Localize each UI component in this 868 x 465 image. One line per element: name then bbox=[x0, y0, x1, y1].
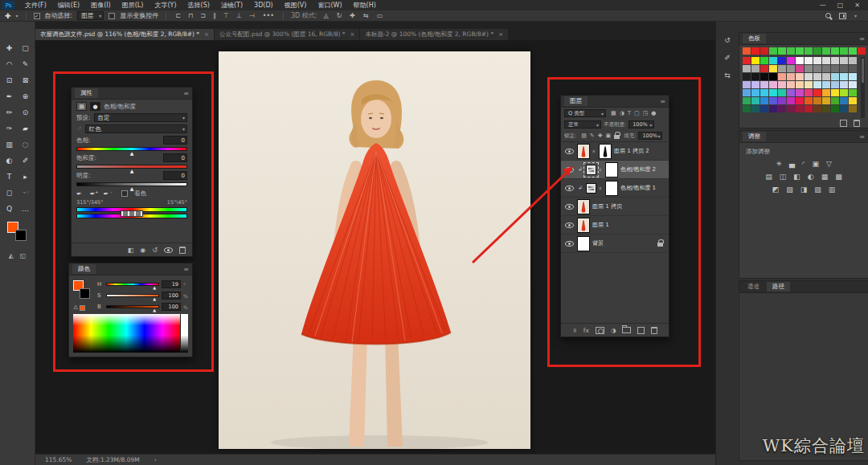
menu-item[interactable]: 帮助(H) bbox=[348, 2, 382, 9]
brush-tool[interactable]: ✏ bbox=[2, 104, 18, 120]
lock-position-icon[interactable]: ✚ bbox=[598, 133, 603, 139]
mask-link-icon[interactable]: ∞ bbox=[592, 149, 597, 153]
selective-color-icon[interactable]: ▥ bbox=[829, 186, 836, 194]
swatch[interactable] bbox=[743, 57, 751, 64]
screen-mode-icon[interactable]: ◱ bbox=[20, 252, 27, 259]
swatch[interactable] bbox=[796, 73, 804, 80]
lock-artboard-icon[interactable]: ▣ bbox=[606, 133, 612, 139]
swatch[interactable] bbox=[751, 73, 760, 80]
frame-tool[interactable]: ⊠ bbox=[18, 72, 34, 88]
panel-menu-icon[interactable]: ≡ bbox=[859, 133, 865, 141]
visibility-toggle[interactable] bbox=[563, 222, 575, 228]
quick-mask-icon[interactable]: ◭ bbox=[9, 252, 14, 259]
swatch[interactable] bbox=[805, 57, 813, 64]
swatch[interactable] bbox=[769, 57, 777, 64]
invert-icon[interactable]: ◩ bbox=[772, 186, 780, 194]
panel-menu-icon[interactable]: ≡ bbox=[183, 266, 189, 273]
swatch[interactable] bbox=[751, 57, 760, 64]
targeted-adjustment-icon[interactable]: ☜ bbox=[76, 125, 82, 133]
levels-icon[interactable]: ▄ bbox=[789, 160, 795, 168]
lock-pixels-icon[interactable]: ✎ bbox=[590, 133, 595, 139]
swatch[interactable] bbox=[769, 73, 777, 80]
align-top-icon[interactable]: ⊤ bbox=[222, 12, 231, 19]
black-white-icon[interactable]: ◧ bbox=[793, 173, 800, 181]
background-color-swatch[interactable] bbox=[80, 288, 90, 299]
move-tool[interactable]: ✚ bbox=[2, 40, 18, 56]
align-right-icon[interactable]: ⊐ bbox=[199, 12, 207, 19]
recent-swatch[interactable] bbox=[805, 47, 813, 55]
slider-track[interactable]: ▲ bbox=[76, 147, 187, 151]
hsb-track[interactable]: ▲ bbox=[106, 283, 159, 286]
swatch[interactable] bbox=[778, 89, 786, 96]
background-color-swatch[interactable] bbox=[15, 230, 27, 241]
shape-tool[interactable]: ◻ bbox=[2, 185, 18, 201]
clip-to-layer-icon[interactable]: ◧ bbox=[128, 247, 134, 254]
filter-smart-objects-icon[interactable]: ◳ bbox=[643, 110, 649, 116]
recent-swatch[interactable] bbox=[751, 47, 760, 55]
channel-mixer-icon[interactable]: ▦ bbox=[821, 173, 829, 181]
swatch[interactable] bbox=[760, 97, 768, 104]
lock-all-icon[interactable] bbox=[614, 135, 620, 139]
layer-row[interactable]: 图层 1 bbox=[561, 216, 669, 235]
swatch[interactable] bbox=[813, 81, 821, 88]
3d-orbit-icon[interactable]: ◬ bbox=[321, 12, 330, 19]
layer-thumbnail[interactable] bbox=[577, 199, 590, 214]
exposure-icon[interactable]: ▣ bbox=[813, 160, 820, 168]
recent-swatch[interactable] bbox=[743, 47, 751, 55]
swatch[interactable] bbox=[760, 105, 768, 112]
layer-thumbnail[interactable] bbox=[577, 144, 590, 159]
swatch[interactable] bbox=[849, 97, 857, 104]
swatch[interactable] bbox=[822, 73, 830, 80]
slider-thumb[interactable]: ▲ bbox=[130, 151, 134, 156]
swatch[interactable] bbox=[840, 105, 848, 112]
grayscale-ramp[interactable] bbox=[180, 314, 188, 353]
mask-link-icon[interactable]: ∞ bbox=[598, 168, 604, 172]
recent-swatch[interactable] bbox=[822, 47, 830, 55]
layer-thumbnail[interactable] bbox=[577, 218, 590, 233]
layer-style-icon[interactable]: fx bbox=[583, 327, 589, 334]
filter-adjustment-layers-icon[interactable]: ◑ bbox=[620, 110, 624, 116]
mask-link-icon[interactable]: ∞ bbox=[598, 186, 604, 190]
blur-tool[interactable]: ◌ bbox=[18, 137, 34, 153]
recent-swatch[interactable] bbox=[787, 47, 795, 55]
swatch[interactable] bbox=[805, 73, 813, 80]
swatch[interactable] bbox=[796, 105, 804, 112]
panel-tab-路径[interactable]: 路径 bbox=[767, 282, 790, 292]
swatch[interactable] bbox=[743, 65, 751, 72]
hue-range-bars[interactable] bbox=[76, 207, 187, 218]
swatch[interactable] bbox=[787, 57, 795, 64]
quick-selection-tool[interactable]: ✎ bbox=[18, 56, 34, 72]
previous-state-icon[interactable]: ◉ bbox=[140, 247, 145, 254]
swatch[interactable] bbox=[822, 65, 830, 72]
layer-row[interactable]: ↲∞色相/饱和度 1 bbox=[561, 179, 669, 198]
swatch[interactable] bbox=[805, 81, 813, 88]
visibility-toggle[interactable] bbox=[563, 186, 575, 191]
swatch[interactable] bbox=[813, 65, 821, 72]
slider-value[interactable]: 0 bbox=[163, 136, 187, 145]
swatch[interactable] bbox=[831, 73, 839, 80]
collapsed-history-icon[interactable]: ↺ bbox=[724, 36, 731, 44]
panel-menu-icon[interactable]: ≡ bbox=[859, 35, 865, 43]
swatch[interactable] bbox=[769, 97, 777, 104]
swatch[interactable] bbox=[849, 105, 857, 112]
menu-item[interactable]: 滤镜(T) bbox=[215, 2, 248, 9]
menu-item[interactable]: 3D(D) bbox=[248, 2, 279, 9]
filter-pixel-layers-icon[interactable]: ▦ bbox=[611, 110, 616, 116]
panel-menu-icon[interactable]: ≡ bbox=[660, 98, 665, 105]
dodge-tool[interactable]: ◐ bbox=[2, 153, 18, 169]
visibility-toggle[interactable] bbox=[563, 241, 575, 247]
swatch[interactable] bbox=[796, 65, 804, 72]
fill-dropdown[interactable]: 100% bbox=[638, 132, 662, 140]
slider-thumb[interactable]: ▲ bbox=[130, 186, 134, 191]
history-brush-tool[interactable]: ✑ bbox=[2, 120, 18, 137]
channel-dropdown[interactable]: 红色 bbox=[85, 124, 187, 133]
visibility-toggle[interactable] bbox=[563, 204, 575, 210]
swatch[interactable] bbox=[840, 81, 848, 88]
zoom-tool[interactable]: Q bbox=[2, 201, 18, 217]
recent-swatch[interactable] bbox=[760, 47, 768, 55]
swatch[interactable] bbox=[760, 65, 768, 72]
slider-track[interactable]: ▲ bbox=[76, 165, 187, 169]
threshold-icon[interactable]: ◨ bbox=[800, 186, 808, 194]
clone-stamp-tool[interactable]: ⊙ bbox=[18, 104, 34, 120]
distribute-icon[interactable]: ∥ bbox=[211, 12, 218, 19]
